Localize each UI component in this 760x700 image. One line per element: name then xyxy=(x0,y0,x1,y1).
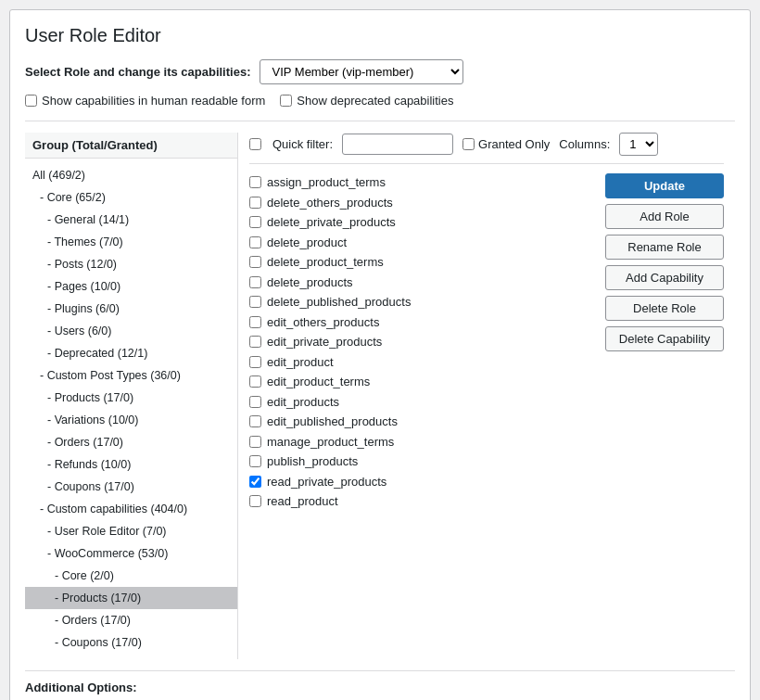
sidebar-item[interactable]: - Products (17/0) xyxy=(25,587,237,609)
sidebar-item[interactable]: - General (14/1) xyxy=(25,209,237,231)
capability-item: delete_products xyxy=(249,274,594,292)
capability-item: delete_private_products xyxy=(249,213,594,232)
capability-label[interactable]: assign_product_terms xyxy=(267,173,386,192)
sidebar-item[interactable]: - User Role Editor (7/0) xyxy=(25,520,237,542)
deprecated-checkbox[interactable] xyxy=(280,95,292,107)
sidebar-item[interactable]: - Custom Post Types (36/0) xyxy=(25,364,237,387)
delete-capability-button[interactable]: Delete Capability xyxy=(605,326,724,351)
sidebar-list: All (469/2)- Core (65/2)- General (14/1)… xyxy=(25,159,237,659)
capability-checkbox[interactable] xyxy=(249,495,261,507)
divider xyxy=(25,121,735,121)
sidebar-item[interactable]: All (469/2) xyxy=(25,164,237,186)
capability-label[interactable]: delete_published_products xyxy=(267,293,411,312)
sidebar-item[interactable]: - Refunds (10/0) xyxy=(25,453,237,476)
buttons-panel: Update Add Role Rename Role Add Capabili… xyxy=(594,173,724,351)
sidebar-item[interactable]: - Users (6/0) xyxy=(25,320,237,342)
additional-options: Additional Options: Hide admin bar xyxy=(25,670,735,700)
sidebar-item[interactable]: - WooCommerce (53/0) xyxy=(25,542,237,565)
capability-checkbox[interactable] xyxy=(249,336,261,348)
delete-role-button[interactable]: Delete Role xyxy=(605,296,724,321)
add-capability-button[interactable]: Add Capability xyxy=(605,265,724,290)
capability-checkbox[interactable] xyxy=(249,216,261,228)
capability-item: delete_others_products xyxy=(249,194,594,212)
sidebar-item[interactable]: - Variations (10/0) xyxy=(25,409,237,431)
additional-options-title: Additional Options: xyxy=(25,681,735,694)
capability-item: publish_products xyxy=(249,452,594,471)
capability-label[interactable]: read_product xyxy=(267,492,338,511)
human-readable-checkbox[interactable] xyxy=(25,95,37,107)
granted-only-label[interactable]: Granted Only xyxy=(462,137,550,151)
capability-checkbox[interactable] xyxy=(249,356,261,368)
capability-label[interactable]: edit_published_products xyxy=(267,413,398,431)
sidebar-item[interactable]: - Coupons (17/0) xyxy=(25,476,237,498)
main-layout: Group (Total/Granted) All (469/2)- Core … xyxy=(25,133,735,659)
sidebar-item[interactable]: - Variations (10/0) xyxy=(25,654,237,659)
sidebar-item[interactable]: - Core (65/2) xyxy=(25,186,237,209)
deprecated-label[interactable]: Show deprecated capabilities xyxy=(280,94,453,108)
quick-filter-input[interactable] xyxy=(342,134,453,155)
capability-label[interactable]: edit_product xyxy=(267,353,334,372)
capability-item: edit_others_products xyxy=(249,313,594,332)
capability-item: edit_product_terms xyxy=(249,373,594,391)
capability-checkbox[interactable] xyxy=(249,176,261,188)
capability-label[interactable]: delete_products xyxy=(267,274,353,292)
columns-select[interactable]: 1234 xyxy=(619,133,658,156)
capability-item: edit_product xyxy=(249,353,594,372)
capability-checkbox[interactable] xyxy=(249,375,261,388)
capability-item: edit_products xyxy=(249,393,594,412)
capability-checkbox[interactable] xyxy=(249,455,261,467)
capability-checkbox[interactable] xyxy=(249,276,261,288)
capability-checkbox[interactable] xyxy=(249,197,261,209)
checkboxes-row: Show capabilities in human readable form… xyxy=(25,94,735,108)
page-title: User Role Editor xyxy=(25,25,735,46)
capability-checkbox[interactable] xyxy=(249,296,261,308)
capability-label[interactable]: edit_private_products xyxy=(267,333,382,351)
sidebar-item[interactable]: - Pages (10/0) xyxy=(25,275,237,298)
sidebar-item[interactable]: - Core (2/0) xyxy=(25,565,237,587)
capability-item: read_private_products xyxy=(249,473,594,491)
capability-checkbox[interactable] xyxy=(249,415,261,427)
capability-item: edit_private_products xyxy=(249,333,594,351)
update-button[interactable]: Update xyxy=(605,173,724,198)
capabilities-list: assign_product_termsdelete_others_produc… xyxy=(249,173,594,511)
capability-label[interactable]: edit_product_terms xyxy=(267,373,370,391)
select-role-label: Select Role and change its capabilities: xyxy=(25,65,250,79)
capability-checkbox[interactable] xyxy=(249,476,261,488)
granted-only-checkbox[interactable] xyxy=(462,138,475,150)
role-select[interactable]: VIP Member (vip-member)AdministratorEdit… xyxy=(260,59,463,84)
capability-label[interactable]: delete_product_terms xyxy=(267,253,384,272)
capability-label[interactable]: delete_private_products xyxy=(267,213,396,232)
capability-label[interactable]: delete_product xyxy=(267,234,347,252)
capability-item: delete_product xyxy=(249,234,594,252)
capability-label[interactable]: edit_products xyxy=(267,393,339,412)
sidebar-item[interactable]: - Deprecated (12/1) xyxy=(25,342,237,364)
capability-checkbox[interactable] xyxy=(249,316,261,328)
capability-item: read_product xyxy=(249,492,594,511)
sidebar-item[interactable]: - Themes (7/0) xyxy=(25,231,237,253)
capability-label[interactable]: publish_products xyxy=(267,452,358,471)
capability-item: edit_published_products xyxy=(249,413,594,431)
sidebar-header: Group (Total/Granted) xyxy=(25,133,237,159)
sidebar-item[interactable]: - Posts (12/0) xyxy=(25,253,237,275)
capability-checkbox[interactable] xyxy=(249,236,261,248)
capability-label[interactable]: delete_others_products xyxy=(267,194,393,212)
capability-label[interactable]: manage_product_terms xyxy=(267,433,394,452)
sidebar-item[interactable]: - Products (17/0) xyxy=(25,387,237,409)
sidebar-item[interactable]: - Coupons (17/0) xyxy=(25,631,237,654)
add-role-button[interactable]: Add Role xyxy=(605,204,724,229)
human-readable-label[interactable]: Show capabilities in human readable form xyxy=(25,94,265,108)
sidebar-item[interactable]: - Orders (17/0) xyxy=(25,609,237,631)
capability-checkbox[interactable] xyxy=(249,256,261,268)
capability-label[interactable]: edit_others_products xyxy=(267,313,379,332)
capability-checkbox[interactable] xyxy=(249,436,261,448)
filter-bar: Quick filter: Granted Only Columns: 1234 xyxy=(249,133,724,164)
sidebar-item[interactable]: - Custom capabilities (404/0) xyxy=(25,498,237,520)
capability-label[interactable]: read_private_products xyxy=(267,473,386,491)
columns-label: Columns: xyxy=(559,137,610,151)
rename-role-button[interactable]: Rename Role xyxy=(605,235,724,260)
select-all-checkbox[interactable] xyxy=(249,138,261,150)
capability-checkbox[interactable] xyxy=(249,396,261,408)
quick-filter-label: Quick filter: xyxy=(272,137,333,151)
sidebar-item[interactable]: - Plugins (6/0) xyxy=(25,298,237,320)
sidebar-item[interactable]: - Orders (17/0) xyxy=(25,431,237,453)
